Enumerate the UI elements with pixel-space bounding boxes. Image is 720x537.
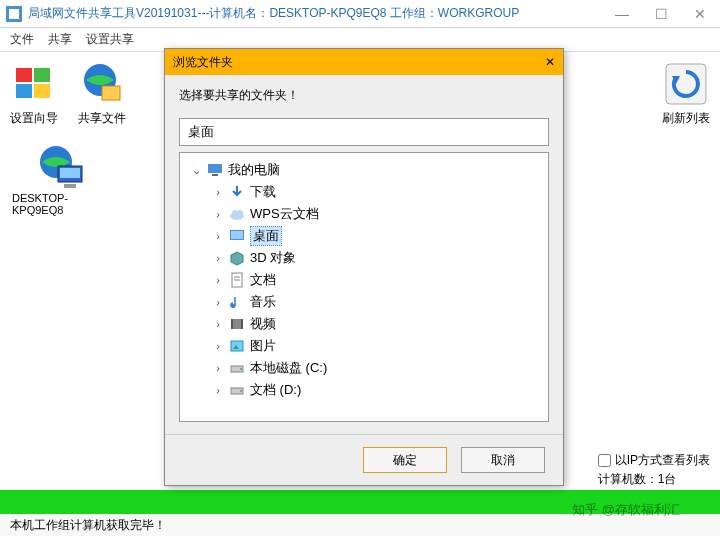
right-bottom-panel: 以IP方式查看列表 计算机数：1台 bbox=[598, 452, 710, 488]
expand-icon[interactable]: › bbox=[212, 230, 224, 242]
svg-rect-14 bbox=[208, 164, 222, 173]
computer-name-label: DESKTOP-KPQ9EQ8 bbox=[12, 192, 112, 216]
status-text: 本机工作组计算机获取完毕！ bbox=[10, 517, 166, 534]
expand-icon[interactable]: › bbox=[212, 274, 224, 286]
download-arrow-icon bbox=[228, 183, 246, 201]
tree-label: 视频 bbox=[250, 315, 276, 333]
dialog-body: 选择要共享的文件夹！ 桌面 ⌄ 我的电脑 › 下载 › WPS云文档 › 桌 bbox=[165, 75, 563, 434]
menu-file[interactable]: 文件 bbox=[10, 31, 34, 48]
tree-label: 我的电脑 bbox=[228, 161, 280, 179]
document-icon bbox=[228, 271, 246, 289]
dialog-title-text: 浏览文件夹 bbox=[173, 54, 233, 71]
computer-item[interactable]: DESKTOP-KPQ9EQ8 bbox=[12, 144, 112, 216]
expand-icon[interactable]: › bbox=[212, 318, 224, 330]
browse-folder-dialog: 浏览文件夹 ✕ 选择要共享的文件夹！ 桌面 ⌄ 我的电脑 › 下载 › WPS云… bbox=[164, 48, 564, 486]
svg-rect-27 bbox=[231, 319, 233, 329]
tree-node-documents[interactable]: › 文档 bbox=[184, 269, 544, 291]
svg-rect-28 bbox=[241, 319, 243, 329]
menu-share[interactable]: 共享 bbox=[48, 31, 72, 48]
tree-label: 桌面 bbox=[250, 226, 282, 246]
windows-flag-icon bbox=[10, 60, 58, 108]
music-note-icon bbox=[228, 293, 246, 311]
refresh-button[interactable]: 刷新列表 bbox=[662, 60, 710, 127]
expand-icon[interactable]: › bbox=[212, 296, 224, 308]
folder-tree[interactable]: ⌄ 我的电脑 › 下载 › WPS云文档 › 桌面 › bbox=[179, 152, 549, 422]
picture-icon bbox=[228, 337, 246, 355]
globe-folder-icon bbox=[78, 60, 126, 108]
share-file-label: 共享文件 bbox=[78, 110, 126, 127]
expand-icon[interactable]: › bbox=[212, 186, 224, 198]
tree-node-disk-d[interactable]: › 文档 (D:) bbox=[184, 379, 544, 401]
refresh-icon bbox=[662, 60, 710, 108]
svg-rect-20 bbox=[231, 231, 243, 239]
computer-globe-icon bbox=[38, 144, 86, 192]
menu-set-share[interactable]: 设置共享 bbox=[86, 31, 134, 48]
dialog-prompt: 选择要共享的文件夹！ bbox=[179, 87, 549, 104]
svg-point-32 bbox=[240, 368, 242, 370]
close-button[interactable]: ✕ bbox=[686, 4, 714, 24]
tree-node-mycomputer[interactable]: ⌄ 我的电脑 bbox=[184, 159, 544, 181]
svg-point-18 bbox=[237, 210, 243, 216]
computer-count-label: 计算机数：1台 bbox=[598, 471, 677, 488]
film-icon bbox=[228, 315, 246, 333]
tree-label: 图片 bbox=[250, 337, 276, 355]
expand-icon[interactable]: › bbox=[212, 362, 224, 374]
expand-icon[interactable]: ⌄ bbox=[190, 164, 202, 177]
svg-rect-1 bbox=[9, 9, 19, 19]
tree-node-3dobjects[interactable]: › 3D 对象 bbox=[184, 247, 544, 269]
ip-mode-label: 以IP方式查看列表 bbox=[615, 452, 710, 469]
desktop-icon bbox=[228, 227, 246, 245]
maximize-button[interactable]: ☐ bbox=[647, 4, 676, 24]
svg-rect-2 bbox=[16, 68, 32, 82]
wizard-label: 设置向导 bbox=[10, 110, 58, 127]
dialog-close-button[interactable]: ✕ bbox=[545, 55, 555, 69]
expand-icon[interactable]: › bbox=[212, 384, 224, 396]
tree-label: 文档 (D:) bbox=[250, 381, 301, 399]
svg-rect-13 bbox=[64, 184, 76, 188]
svg-point-25 bbox=[231, 304, 235, 308]
tree-node-videos[interactable]: › 视频 bbox=[184, 313, 544, 335]
svg-rect-15 bbox=[212, 174, 218, 176]
svg-rect-29 bbox=[231, 341, 243, 351]
minimize-button[interactable]: — bbox=[607, 4, 637, 24]
tree-node-wps[interactable]: › WPS云文档 bbox=[184, 203, 544, 225]
svg-rect-3 bbox=[34, 68, 50, 82]
svg-rect-12 bbox=[60, 168, 80, 178]
window-controls: — ☐ ✕ bbox=[607, 4, 714, 24]
tree-label: 音乐 bbox=[250, 293, 276, 311]
tree-label: 文档 bbox=[250, 271, 276, 289]
tree-node-downloads[interactable]: › 下载 bbox=[184, 181, 544, 203]
tree-node-pictures[interactable]: › 图片 bbox=[184, 335, 544, 357]
path-input[interactable]: 桌面 bbox=[179, 118, 549, 146]
tree-label: 本地磁盘 (C:) bbox=[250, 359, 327, 377]
expand-icon[interactable]: › bbox=[212, 340, 224, 352]
tree-node-desktop[interactable]: › 桌面 bbox=[184, 225, 544, 247]
tree-label: 3D 对象 bbox=[250, 249, 296, 267]
refresh-label: 刷新列表 bbox=[662, 110, 710, 127]
tree-label: 下载 bbox=[250, 183, 276, 201]
ok-button[interactable]: 确定 bbox=[363, 447, 447, 473]
svg-rect-4 bbox=[16, 84, 32, 98]
tree-node-music[interactable]: › 音乐 bbox=[184, 291, 544, 313]
expand-icon[interactable]: › bbox=[212, 208, 224, 220]
wizard-button[interactable]: 设置向导 bbox=[10, 60, 58, 127]
share-file-button[interactable]: 共享文件 bbox=[78, 60, 126, 127]
dialog-buttons: 确定 取消 bbox=[165, 434, 563, 485]
dialog-titlebar: 浏览文件夹 ✕ bbox=[165, 49, 563, 75]
tree-label: WPS云文档 bbox=[250, 205, 319, 223]
drive-icon bbox=[228, 359, 246, 377]
cube-icon bbox=[228, 249, 246, 267]
svg-marker-21 bbox=[231, 252, 243, 265]
app-icon bbox=[6, 6, 22, 22]
expand-icon[interactable]: › bbox=[212, 252, 224, 264]
tree-node-disk-c[interactable]: › 本地磁盘 (C:) bbox=[184, 357, 544, 379]
drive-icon bbox=[228, 381, 246, 399]
cloud-icon bbox=[228, 205, 246, 223]
ip-mode-input[interactable] bbox=[598, 454, 611, 467]
window-title: 局域网文件共享工具V20191031---计算机名：DESKTOP-KPQ9EQ… bbox=[28, 5, 519, 22]
ip-mode-checkbox[interactable]: 以IP方式查看列表 bbox=[598, 452, 710, 469]
monitor-icon bbox=[206, 161, 224, 179]
svg-point-34 bbox=[240, 390, 242, 392]
cancel-button[interactable]: 取消 bbox=[461, 447, 545, 473]
watermark: 知乎 @存软福利汇 bbox=[572, 501, 680, 519]
